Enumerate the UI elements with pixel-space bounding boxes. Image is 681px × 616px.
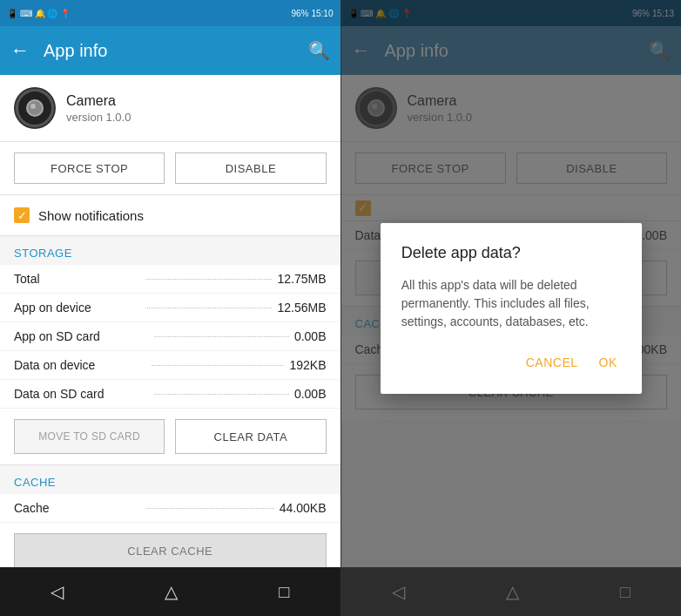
left-app-sd-label: App on SD card bbox=[14, 329, 149, 343]
left-app-sd-dots bbox=[154, 336, 289, 337]
left-page-title: App info bbox=[44, 41, 294, 61]
left-storage-header: STORAGE bbox=[0, 236, 340, 265]
left-app-header: Camera version 1.0.0 bbox=[0, 75, 340, 142]
left-force-stop-button[interactable]: FORCE STOP bbox=[14, 152, 165, 184]
left-app-name: Camera bbox=[66, 93, 131, 109]
left-nav-back[interactable]: ◁ bbox=[30, 574, 84, 609]
left-nav-home[interactable]: △ bbox=[144, 574, 199, 609]
left-total-value: 12.75MB bbox=[277, 272, 326, 286]
dialog-message: All this app's data will be deleted perm… bbox=[401, 276, 621, 331]
left-cache-btn-row: CLEAR CACHE bbox=[0, 523, 340, 567]
left-storage-app-sd-row: App on SD card 0.00B bbox=[0, 322, 340, 351]
left-app-version: version 1.0.0 bbox=[66, 111, 131, 124]
left-app-info: Camera version 1.0.0 bbox=[66, 93, 131, 124]
left-cache-row: Cache 44.00KB bbox=[0, 494, 340, 523]
status-icons-left: 📱 ⌨ 🔔 🌐 📍 bbox=[7, 9, 71, 18]
left-top-bar: ← App info 🔍 bbox=[0, 26, 340, 75]
left-data-device-label: Data on device bbox=[14, 358, 146, 372]
left-notifications-row[interactable]: ✓ Show notifications bbox=[0, 195, 340, 236]
left-app-device-label: App on device bbox=[14, 301, 140, 315]
left-nav-recent[interactable]: □ bbox=[258, 575, 310, 609]
left-time: 15:10 bbox=[311, 9, 333, 18]
left-app-device-dots bbox=[145, 308, 272, 308]
left-clear-data-button[interactable]: CLEAR DATA bbox=[175, 419, 326, 454]
left-battery: 96% bbox=[291, 9, 308, 18]
left-content: Camera version 1.0.0 FORCE STOP DISABLE … bbox=[0, 75, 340, 567]
left-total-label: Total bbox=[14, 272, 140, 286]
delete-data-dialog: Delete app data? All this app's data wil… bbox=[381, 223, 642, 394]
dialog-title: Delete app data? bbox=[401, 244, 621, 262]
left-app-sd-value: 0.00B bbox=[294, 329, 327, 343]
left-nav-bar: ◁ △ □ bbox=[0, 567, 340, 616]
left-camera-lens bbox=[26, 99, 44, 117]
left-total-dots bbox=[145, 279, 272, 280]
left-data-device-value: 192KB bbox=[289, 358, 326, 372]
left-storage-total-row: Total 12.75MB bbox=[0, 265, 340, 294]
left-check-icon: ✓ bbox=[17, 210, 27, 221]
right-phone-panel: 📱 ⌨ 🔔 🌐 📍 96% 15:13 ← App info 🔍 Camera … bbox=[341, 0, 682, 616]
left-move-sd-button: MOVE TO SD CARD bbox=[14, 419, 165, 454]
left-phone-panel: 📱 ⌨ 🔔 🌐 📍 96% 15:10 ← App info 🔍 Camera … bbox=[0, 0, 340, 616]
left-storage-data-sd-row: Data on SD card 0.00B bbox=[0, 380, 340, 409]
left-status-bar: 📱 ⌨ 🔔 🌐 📍 96% 15:10 bbox=[0, 0, 340, 26]
left-app-icon bbox=[14, 87, 56, 129]
left-disable-button[interactable]: DISABLE bbox=[175, 152, 326, 184]
left-search-icon[interactable]: 🔍 bbox=[308, 40, 330, 61]
left-cache-header: CACHE bbox=[0, 465, 340, 494]
left-data-sd-label: Data on SD card bbox=[14, 387, 149, 401]
left-data-sd-dots bbox=[154, 394, 289, 395]
dialog-cancel-button[interactable]: CANCEL bbox=[523, 352, 582, 373]
left-status-icons: 📱 ⌨ 🔔 🌐 📍 bbox=[7, 9, 71, 18]
left-data-device-dots bbox=[152, 365, 284, 366]
dialog-ok-button[interactable]: OK bbox=[596, 352, 621, 373]
left-data-sd-value: 0.00B bbox=[294, 387, 327, 401]
left-storage-app-device-row: App on device 12.56MB bbox=[0, 294, 340, 322]
left-status-right: 96% 15:10 bbox=[291, 9, 333, 18]
left-back-button[interactable]: ← bbox=[10, 39, 30, 62]
left-action-buttons: FORCE STOP DISABLE bbox=[0, 142, 340, 195]
left-app-icon-inner bbox=[16, 89, 54, 127]
left-cache-value: 44.00KB bbox=[280, 501, 327, 515]
left-app-device-value: 12.56MB bbox=[277, 301, 326, 315]
left-cache-label: Cache bbox=[14, 501, 141, 515]
left-cache-dots bbox=[146, 508, 273, 509]
left-notif-label: Show notifications bbox=[38, 208, 144, 223]
left-notif-checkbox[interactable]: ✓ bbox=[14, 207, 30, 223]
dialog-overlay: Delete app data? All this app's data wil… bbox=[341, 0, 682, 616]
left-clear-cache-button[interactable]: CLEAR CACHE bbox=[14, 533, 327, 567]
left-storage-actions: MOVE TO SD CARD CLEAR DATA bbox=[0, 409, 340, 465]
dialog-buttons: CANCEL OK bbox=[401, 352, 621, 373]
left-storage-data-device-row: Data on device 192KB bbox=[0, 351, 340, 380]
